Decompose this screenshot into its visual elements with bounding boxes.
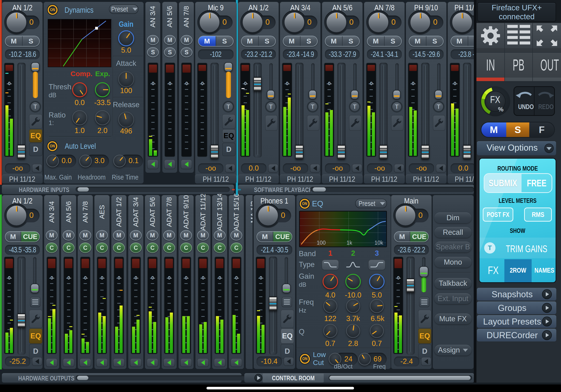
svg-text:10k: 10k [375,240,383,246]
svg-text:1k: 1k [346,240,352,246]
svg-text:100: 100 [317,240,326,246]
